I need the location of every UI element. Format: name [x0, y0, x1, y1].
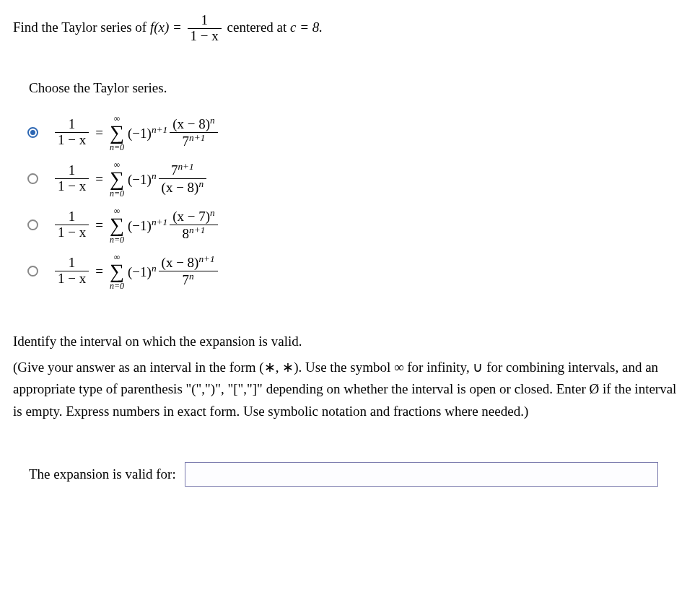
- answer-row: The expansion is valid for:: [29, 462, 687, 487]
- radio-option-3[interactable]: [27, 219, 38, 230]
- answer-label: The expansion is valid for:: [29, 466, 176, 482]
- option-expression-1: 11 − x = ∞∑n=0(−1)n+1(x − 8)n7n+1: [53, 114, 220, 152]
- radio-option-1[interactable]: [27, 127, 38, 138]
- option-2[interactable]: 11 − x = ∞∑n=0(−1)n7n+1(x − 8)n: [27, 160, 687, 198]
- question-stem: Find the Taylor series of f(x) = 1 1 − x…: [13, 13, 687, 44]
- option-expression-3: 11 − x = ∞∑n=0(−1)n+1(x − 7)n8n+1: [53, 206, 220, 244]
- part2: Identify the interval on which the expan…: [13, 334, 687, 422]
- stem-fraction: 1 1 − x: [188, 13, 222, 44]
- stem-prefix: Find the Taylor series of: [13, 19, 150, 35]
- stem-fx: f(x) =: [150, 19, 185, 35]
- option-3[interactable]: 11 − x = ∞∑n=0(−1)n+1(x − 7)n8n+1: [27, 206, 687, 244]
- option-4[interactable]: 11 − x = ∞∑n=0(−1)n(x − 8)n+17n: [27, 253, 687, 290]
- option-expression-2: 11 − x = ∞∑n=0(−1)n7n+1(x − 8)n: [53, 160, 209, 198]
- part2-instructions: (Give your answer as an interval in the …: [13, 357, 687, 422]
- option-expression-4: 11 − x = ∞∑n=0(−1)n(x − 8)n+17n: [53, 253, 220, 290]
- choose-label: Choose the Taylor series.: [29, 80, 687, 96]
- radio-option-2[interactable]: [27, 173, 38, 184]
- stem-c: c = 8.: [290, 19, 323, 35]
- stem-suffix: centered at: [227, 19, 291, 35]
- options-group: 11 − x = ∞∑n=0(−1)n+1(x − 8)n7n+111 − x …: [27, 114, 687, 290]
- radio-option-4[interactable]: [27, 266, 38, 277]
- option-1[interactable]: 11 − x = ∞∑n=0(−1)n+1(x − 8)n7n+1: [27, 114, 687, 152]
- interval-input[interactable]: [185, 462, 658, 487]
- part2-heading: Identify the interval on which the expan…: [13, 334, 687, 349]
